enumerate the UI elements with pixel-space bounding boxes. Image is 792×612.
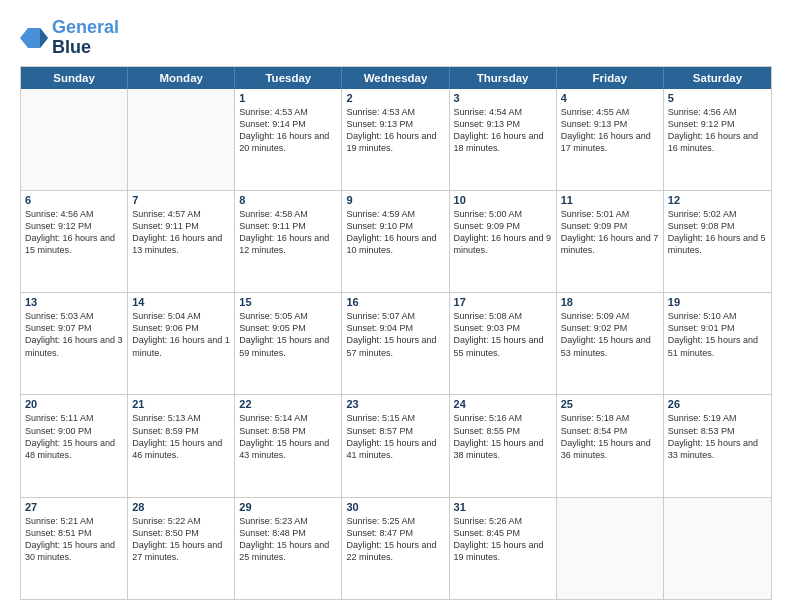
calendar-cell: 18Sunrise: 5:09 AM Sunset: 9:02 PM Dayli… xyxy=(557,293,664,394)
calendar-cell: 21Sunrise: 5:13 AM Sunset: 8:59 PM Dayli… xyxy=(128,395,235,496)
day-info: Sunrise: 5:13 AM Sunset: 8:59 PM Dayligh… xyxy=(132,412,230,461)
day-number: 21 xyxy=(132,398,230,410)
day-info: Sunrise: 5:11 AM Sunset: 9:00 PM Dayligh… xyxy=(25,412,123,461)
day-number: 25 xyxy=(561,398,659,410)
day-info: Sunrise: 4:57 AM Sunset: 9:11 PM Dayligh… xyxy=(132,208,230,257)
calendar-row: 13Sunrise: 5:03 AM Sunset: 9:07 PM Dayli… xyxy=(21,292,771,394)
day-number: 6 xyxy=(25,194,123,206)
day-number: 22 xyxy=(239,398,337,410)
day-info: Sunrise: 5:15 AM Sunset: 8:57 PM Dayligh… xyxy=(346,412,444,461)
day-info: Sunrise: 5:10 AM Sunset: 9:01 PM Dayligh… xyxy=(668,310,767,359)
day-number: 14 xyxy=(132,296,230,308)
weekday-header: Saturday xyxy=(664,67,771,89)
calendar-row: 27Sunrise: 5:21 AM Sunset: 8:51 PM Dayli… xyxy=(21,497,771,599)
calendar-cell: 4Sunrise: 4:55 AM Sunset: 9:13 PM Daylig… xyxy=(557,89,664,190)
day-info: Sunrise: 5:26 AM Sunset: 8:45 PM Dayligh… xyxy=(454,515,552,564)
calendar-cell: 26Sunrise: 5:19 AM Sunset: 8:53 PM Dayli… xyxy=(664,395,771,496)
day-info: Sunrise: 4:55 AM Sunset: 9:13 PM Dayligh… xyxy=(561,106,659,155)
calendar-cell: 15Sunrise: 5:05 AM Sunset: 9:05 PM Dayli… xyxy=(235,293,342,394)
day-info: Sunrise: 4:58 AM Sunset: 9:11 PM Dayligh… xyxy=(239,208,337,257)
day-info: Sunrise: 5:07 AM Sunset: 9:04 PM Dayligh… xyxy=(346,310,444,359)
day-number: 11 xyxy=(561,194,659,206)
calendar-cell: 8Sunrise: 4:58 AM Sunset: 9:11 PM Daylig… xyxy=(235,191,342,292)
day-number: 30 xyxy=(346,501,444,513)
calendar-header: SundayMondayTuesdayWednesdayThursdayFrid… xyxy=(21,67,771,89)
calendar-row: 6Sunrise: 4:56 AM Sunset: 9:12 PM Daylig… xyxy=(21,190,771,292)
day-number: 20 xyxy=(25,398,123,410)
calendar-cell: 1Sunrise: 4:53 AM Sunset: 9:14 PM Daylig… xyxy=(235,89,342,190)
day-info: Sunrise: 4:56 AM Sunset: 9:12 PM Dayligh… xyxy=(668,106,767,155)
calendar-body: 1Sunrise: 4:53 AM Sunset: 9:14 PM Daylig… xyxy=(21,89,771,599)
day-info: Sunrise: 5:03 AM Sunset: 9:07 PM Dayligh… xyxy=(25,310,123,359)
calendar-row: 20Sunrise: 5:11 AM Sunset: 9:00 PM Dayli… xyxy=(21,394,771,496)
calendar-cell: 30Sunrise: 5:25 AM Sunset: 8:47 PM Dayli… xyxy=(342,498,449,599)
day-number: 29 xyxy=(239,501,337,513)
day-info: Sunrise: 5:19 AM Sunset: 8:53 PM Dayligh… xyxy=(668,412,767,461)
day-number: 2 xyxy=(346,92,444,104)
calendar-cell: 5Sunrise: 4:56 AM Sunset: 9:12 PM Daylig… xyxy=(664,89,771,190)
day-info: Sunrise: 4:59 AM Sunset: 9:10 PM Dayligh… xyxy=(346,208,444,257)
day-info: Sunrise: 4:53 AM Sunset: 9:14 PM Dayligh… xyxy=(239,106,337,155)
day-info: Sunrise: 5:21 AM Sunset: 8:51 PM Dayligh… xyxy=(25,515,123,564)
day-info: Sunrise: 5:04 AM Sunset: 9:06 PM Dayligh… xyxy=(132,310,230,359)
day-info: Sunrise: 5:18 AM Sunset: 8:54 PM Dayligh… xyxy=(561,412,659,461)
calendar-cell: 19Sunrise: 5:10 AM Sunset: 9:01 PM Dayli… xyxy=(664,293,771,394)
day-info: Sunrise: 4:53 AM Sunset: 9:13 PM Dayligh… xyxy=(346,106,444,155)
day-number: 19 xyxy=(668,296,767,308)
calendar-cell: 12Sunrise: 5:02 AM Sunset: 9:08 PM Dayli… xyxy=(664,191,771,292)
calendar-cell xyxy=(664,498,771,599)
day-info: Sunrise: 5:00 AM Sunset: 9:09 PM Dayligh… xyxy=(454,208,552,257)
calendar-cell: 20Sunrise: 5:11 AM Sunset: 9:00 PM Dayli… xyxy=(21,395,128,496)
day-info: Sunrise: 5:22 AM Sunset: 8:50 PM Dayligh… xyxy=(132,515,230,564)
calendar-cell: 25Sunrise: 5:18 AM Sunset: 8:54 PM Dayli… xyxy=(557,395,664,496)
day-number: 13 xyxy=(25,296,123,308)
day-info: Sunrise: 5:14 AM Sunset: 8:58 PM Dayligh… xyxy=(239,412,337,461)
day-info: Sunrise: 5:16 AM Sunset: 8:55 PM Dayligh… xyxy=(454,412,552,461)
day-number: 17 xyxy=(454,296,552,308)
day-info: Sunrise: 5:09 AM Sunset: 9:02 PM Dayligh… xyxy=(561,310,659,359)
calendar-cell xyxy=(557,498,664,599)
calendar-cell: 13Sunrise: 5:03 AM Sunset: 9:07 PM Dayli… xyxy=(21,293,128,394)
day-number: 8 xyxy=(239,194,337,206)
calendar-cell: 2Sunrise: 4:53 AM Sunset: 9:13 PM Daylig… xyxy=(342,89,449,190)
calendar-cell: 14Sunrise: 5:04 AM Sunset: 9:06 PM Dayli… xyxy=(128,293,235,394)
day-info: Sunrise: 4:54 AM Sunset: 9:13 PM Dayligh… xyxy=(454,106,552,155)
day-number: 31 xyxy=(454,501,552,513)
day-number: 24 xyxy=(454,398,552,410)
day-info: Sunrise: 4:56 AM Sunset: 9:12 PM Dayligh… xyxy=(25,208,123,257)
header: General Blue xyxy=(20,18,772,58)
day-number: 9 xyxy=(346,194,444,206)
day-info: Sunrise: 5:02 AM Sunset: 9:08 PM Dayligh… xyxy=(668,208,767,257)
day-info: Sunrise: 5:05 AM Sunset: 9:05 PM Dayligh… xyxy=(239,310,337,359)
calendar-cell: 22Sunrise: 5:14 AM Sunset: 8:58 PM Dayli… xyxy=(235,395,342,496)
calendar-cell: 29Sunrise: 5:23 AM Sunset: 8:48 PM Dayli… xyxy=(235,498,342,599)
day-number: 1 xyxy=(239,92,337,104)
day-number: 5 xyxy=(668,92,767,104)
day-number: 10 xyxy=(454,194,552,206)
day-number: 23 xyxy=(346,398,444,410)
day-info: Sunrise: 5:01 AM Sunset: 9:09 PM Dayligh… xyxy=(561,208,659,257)
calendar-cell: 11Sunrise: 5:01 AM Sunset: 9:09 PM Dayli… xyxy=(557,191,664,292)
day-info: Sunrise: 5:23 AM Sunset: 8:48 PM Dayligh… xyxy=(239,515,337,564)
logo: General Blue xyxy=(20,18,119,58)
calendar-cell: 9Sunrise: 4:59 AM Sunset: 9:10 PM Daylig… xyxy=(342,191,449,292)
calendar-cell: 17Sunrise: 5:08 AM Sunset: 9:03 PM Dayli… xyxy=(450,293,557,394)
day-number: 3 xyxy=(454,92,552,104)
logo-text: General Blue xyxy=(52,18,119,58)
weekday-header: Friday xyxy=(557,67,664,89)
day-info: Sunrise: 5:08 AM Sunset: 9:03 PM Dayligh… xyxy=(454,310,552,359)
svg-marker-1 xyxy=(40,28,48,48)
logo-icon xyxy=(20,24,48,52)
calendar-cell: 16Sunrise: 5:07 AM Sunset: 9:04 PM Dayli… xyxy=(342,293,449,394)
weekday-header: Thursday xyxy=(450,67,557,89)
day-number: 15 xyxy=(239,296,337,308)
weekday-header: Monday xyxy=(128,67,235,89)
calendar-cell xyxy=(128,89,235,190)
day-number: 7 xyxy=(132,194,230,206)
weekday-header: Wednesday xyxy=(342,67,449,89)
calendar-cell: 7Sunrise: 4:57 AM Sunset: 9:11 PM Daylig… xyxy=(128,191,235,292)
calendar-cell: 28Sunrise: 5:22 AM Sunset: 8:50 PM Dayli… xyxy=(128,498,235,599)
day-info: Sunrise: 5:25 AM Sunset: 8:47 PM Dayligh… xyxy=(346,515,444,564)
calendar-cell: 24Sunrise: 5:16 AM Sunset: 8:55 PM Dayli… xyxy=(450,395,557,496)
calendar-row: 1Sunrise: 4:53 AM Sunset: 9:14 PM Daylig… xyxy=(21,89,771,190)
